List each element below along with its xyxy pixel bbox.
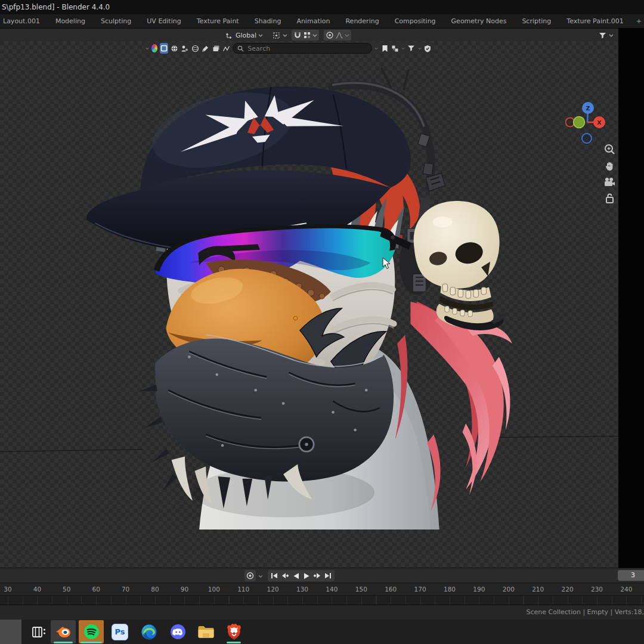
jump-to-end-button[interactable] — [323, 571, 333, 581]
ruler-tick-label: 70 — [122, 583, 129, 595]
snap-magnet-icon — [293, 31, 302, 39]
workspace-tab[interactable]: Scripting — [514, 14, 559, 28]
gizmo-axis-y[interactable] — [574, 117, 585, 128]
ruler-tick-label: 120 — [267, 583, 279, 595]
proportional-editing-group[interactable] — [324, 30, 351, 41]
ruler-tick-label: 220 — [562, 583, 574, 595]
edge-icon — [141, 624, 157, 640]
right-editor-strip — [618, 28, 644, 568]
workspace-tabs: Layout.001ModelingSculptingUV EditingTex… — [0, 14, 644, 28]
ruler-tick-label: 30 — [4, 583, 11, 595]
play-button[interactable] — [301, 571, 312, 581]
workspace-tab[interactable]: Compositing — [387, 14, 444, 28]
photoshop-icon: Ps — [112, 624, 128, 640]
proportional-editing-icon — [326, 31, 334, 39]
active-indicator — [227, 642, 241, 643]
workspace-tab[interactable]: Geometry Nodes — [444, 14, 515, 28]
taskbar-app-photoshop[interactable]: Ps — [107, 620, 133, 644]
taskbar: Ps — [0, 620, 644, 644]
taskbar-app-edge[interactable] — [136, 620, 162, 644]
lock-icon[interactable] — [605, 193, 615, 204]
zoom-icon[interactable] — [604, 144, 615, 155]
snap-target-icon — [303, 31, 311, 39]
prev-keyframe-button[interactable] — [280, 571, 290, 581]
camera-icon[interactable] — [603, 177, 615, 187]
ruler-tick-label: 90 — [181, 583, 188, 595]
screen: { "window": { "title": "S\\pfp13.blend] … — [0, 0, 644, 644]
viewport-side-controls — [602, 144, 617, 204]
play-reverse-button[interactable] — [290, 571, 301, 581]
task-view-button[interactable] — [26, 620, 52, 644]
taskbar-app-folder[interactable] — [193, 620, 219, 644]
taskbar-app-spotify[interactable] — [78, 620, 104, 644]
next-keyframe-button[interactable] — [312, 571, 323, 581]
ruler-tick-label: 40 — [33, 583, 41, 595]
timeline-channels[interactable] — [0, 595, 644, 605]
workspace-tab[interactable]: UV Editing — [139, 14, 188, 28]
hand-icon[interactable] — [604, 160, 615, 172]
taskbar-app-discord[interactable] — [165, 620, 191, 644]
ruler-tick-label: 200 — [503, 583, 515, 595]
snapping-group[interactable] — [292, 30, 319, 41]
workspace-tab[interactable]: Animation — [289, 14, 338, 28]
taskbar-app-brave[interactable] — [221, 620, 247, 644]
spotify-icon — [83, 624, 100, 640]
chevron-down-icon — [283, 33, 287, 38]
ruler-tick-label: 100 — [208, 583, 220, 595]
taskbar-app-blender[interactable] — [50, 620, 76, 644]
workspace-tab[interactable]: Layout.001 — [0, 14, 48, 28]
ruler-tick-label: 60 — [92, 583, 100, 595]
workspace-tab[interactable]: Modeling — [48, 14, 93, 28]
add-workspace-button[interactable]: + — [631, 14, 644, 28]
workspace-tab[interactable]: Shading — [247, 14, 289, 28]
timeline-header: 3 — [0, 568, 644, 583]
gizmo-axis-negz[interactable] — [582, 134, 592, 143]
header-filter-dropdown[interactable] — [598, 30, 614, 41]
task-view-icon — [32, 626, 47, 639]
falloff-curve-icon — [335, 31, 343, 39]
model-chicken-character[interactable] — [0, 41, 644, 568]
ruler-tick-label: 110 — [237, 583, 249, 595]
auto-key-record-button[interactable] — [244, 570, 256, 581]
ruler-tick-label: 130 — [296, 583, 308, 595]
ruler-tick-label: 210 — [532, 583, 544, 595]
filter-funnel-icon — [598, 31, 607, 39]
playback-controls — [268, 570, 335, 581]
active-indicator — [54, 642, 73, 643]
ruler-tick-label: 170 — [414, 583, 426, 595]
navigation-gizmo[interactable]: Z X — [565, 100, 611, 146]
gizmo-z-label: Z — [586, 105, 590, 112]
ruler-tick-label: 140 — [326, 583, 338, 595]
viewport-3d[interactable]: Z X — [0, 41, 644, 568]
chevron-down-icon — [312, 33, 317, 38]
pivot-point-icon — [272, 31, 281, 40]
discord-icon — [170, 624, 186, 640]
ruler-tick-label: 190 — [473, 583, 485, 595]
ruler-tick-label: 80 — [151, 583, 159, 595]
pivot-point-dropdown[interactable] — [272, 30, 287, 41]
transform-orientation-dropdown[interactable]: Global — [225, 30, 263, 41]
chevron-down-icon — [258, 33, 263, 38]
chevron-down-icon — [609, 33, 614, 38]
ruler-tick-label: 150 — [355, 583, 367, 595]
active-indicator — [80, 642, 102, 643]
timeline-ruler-ticks[interactable]: 3040506070809010011012013014015016017018… — [0, 583, 644, 595]
transform-orientation-icon — [225, 31, 234, 39]
ruler-tick-label: 50 — [63, 583, 70, 595]
folder-icon — [197, 625, 215, 639]
brave-icon — [227, 624, 242, 640]
gizmo-x-label: X — [597, 119, 602, 126]
ruler-tick-label: 240 — [620, 583, 632, 595]
jump-to-start-button[interactable] — [269, 571, 280, 581]
workspace-tab[interactable]: Sculpting — [93, 14, 139, 28]
status-text: Scene Collection | Empty | Verts:18, — [526, 608, 644, 616]
ruler-tick-label: 180 — [444, 583, 456, 595]
current-frame-field[interactable]: 3 — [618, 570, 644, 581]
taskbar-left-block — [0, 620, 21, 644]
chevron-down-icon[interactable] — [258, 574, 263, 578]
blender-icon — [55, 625, 72, 639]
workspace-tab[interactable]: Texture Paint — [189, 14, 247, 28]
chevron-down-icon — [345, 33, 349, 38]
workspace-tab[interactable]: Rendering — [338, 14, 386, 28]
workspace-tab[interactable]: Texture Paint.001 — [559, 14, 631, 28]
